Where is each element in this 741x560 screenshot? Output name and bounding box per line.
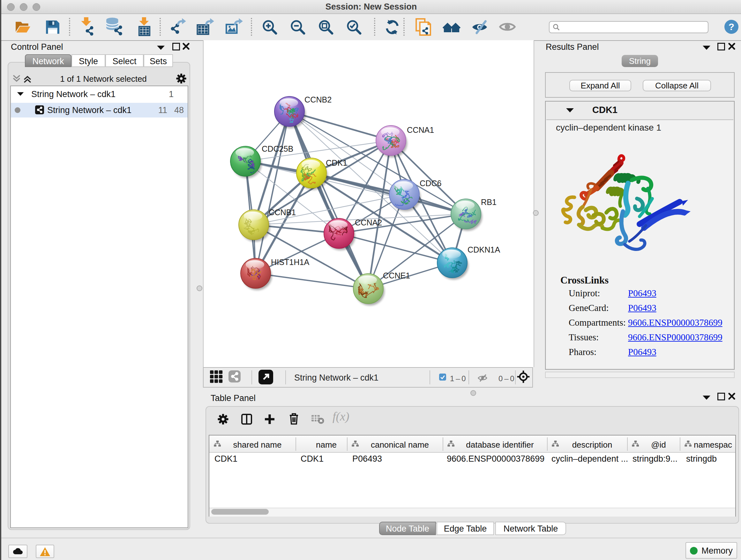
svg-text:CDK1: CDK1 (326, 159, 347, 167)
svg-text:CDC6: CDC6 (420, 179, 442, 188)
svg-text:RB1: RB1 (481, 198, 496, 206)
svg-text:CCNB2: CCNB2 (305, 95, 332, 104)
svg-text:CCNA2: CCNA2 (355, 218, 382, 227)
svg-text:HIST1H1A: HIST1H1A (271, 258, 310, 266)
svg-text:?: ? (729, 21, 734, 32)
svg-text:CCNE1: CCNE1 (383, 271, 410, 280)
svg-text:CCNA1: CCNA1 (407, 125, 434, 134)
svg-text:CCNB1: CCNB1 (269, 208, 296, 217)
svg-text:CDKN1A: CDKN1A (468, 245, 500, 254)
svg-text:CDC25B: CDC25B (262, 144, 293, 153)
